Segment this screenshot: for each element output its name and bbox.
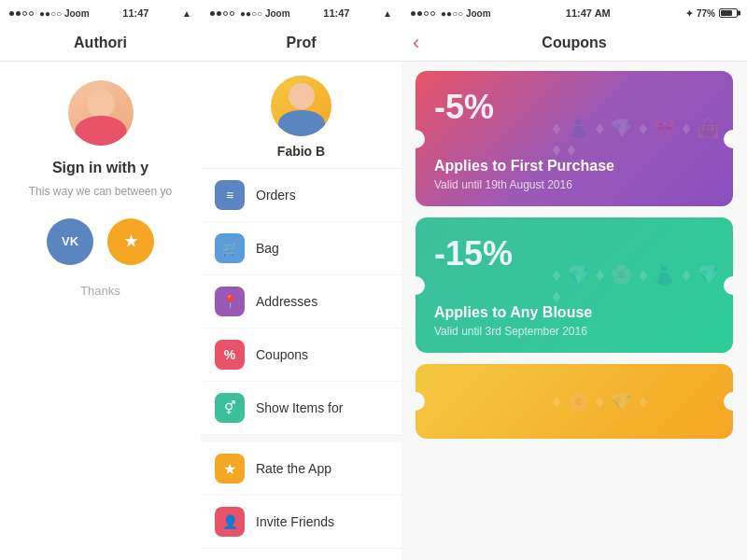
orders-icon: ≡: [215, 180, 245, 210]
coupon-1-discount: -5%: [434, 88, 494, 127]
profile-title: Prof: [287, 35, 317, 51]
auth-time: 11:47: [122, 7, 148, 19]
menu-item-show-items[interactable]: ⚥ Show Items for: [201, 382, 402, 435]
coupon-3-pattern: ♦ 🌸 ♦ 💎 ♦: [543, 364, 733, 439]
profile-avatar-body: [278, 110, 325, 136]
menu-addresses-label: Addresses: [256, 294, 317, 309]
coupons-status-bar: ●●○○ Joom 11:47 AM ✦ 77%: [402, 0, 747, 24]
profile-dropdown-menu: ≡ Orders 🛒 Bag 📍 Addresses % Coupons ⚥ S…: [201, 168, 402, 549]
coupons-icon: %: [215, 340, 245, 370]
menu-rate-label: Rate the App: [256, 461, 331, 476]
menu-item-bag[interactable]: 🛒 Bag: [201, 222, 402, 275]
auth-carrier: ●●○○ Joom: [39, 8, 90, 19]
profile-status-left: ●●○○ Joom: [210, 8, 290, 19]
menu-item-addresses[interactable]: 📍 Addresses: [201, 275, 402, 329]
menu-divider: [201, 435, 402, 442]
profile-avatar-area: Fabio B: [201, 62, 402, 168]
profile-status-right: ▲: [383, 8, 392, 19]
profile-wifi-icon: ▲: [383, 8, 392, 19]
menu-item-orders[interactable]: ≡ Orders: [201, 169, 402, 222]
menu-item-invite[interactable]: 👤 Invite Friends: [201, 496, 402, 549]
auth-sign-in-label: Sign in with y: [52, 160, 148, 176]
show-items-icon: ⚥: [215, 393, 245, 423]
auth-status-bar: ●●○○ Joom 11:47 ▲: [0, 0, 201, 24]
menu-orders-label: Orders: [256, 188, 296, 203]
profile-status-bar: ●●○○ Joom 11:47 ▲: [201, 0, 402, 24]
coupons-list: ♦ 👗 ♦ 💎 ♦ 🎀 ♦ 👜 ♦ ♦ -5% Applies to First…: [402, 62, 747, 448]
auth-avatar-circle: [68, 80, 134, 146]
coupons-time: 11:47 AM: [566, 7, 611, 19]
profile-avatar-head: [289, 83, 315, 109]
auth-content: Sign in with y This way we can between y…: [0, 62, 201, 316]
addresses-icon: 📍: [215, 287, 245, 316]
auth-avatar-body: [75, 116, 126, 146]
screen-container: ●●○○ Joom 11:47 ▲ Authori Sign in with y…: [0, 0, 747, 560]
auth-status-right: ▲: [182, 8, 191, 19]
rate-icon: ★: [215, 454, 245, 483]
coupons-carrier: ●●○○ Joom: [441, 8, 491, 19]
auth-signal-dots: [9, 11, 34, 16]
menu-coupons-label: Coupons: [256, 347, 308, 362]
coupons-screen: ●●○○ Joom 11:47 AM ✦ 77% ‹ Coupons ♦ 👗 ♦: [402, 0, 747, 560]
coupons-status-left: ●●○○ Joom: [411, 8, 491, 19]
auth-desc: This way we can between yo: [29, 184, 172, 200]
coupon-card-2[interactable]: ♦ 💎 ♦ 🌸 ♦ 👗 ♦ 💎 ♦ -15% Applies to Any Bl…: [416, 217, 733, 353]
auth-avatar-head: [87, 90, 115, 118]
battery-terminal: [738, 11, 740, 16]
battery-fill: [721, 10, 732, 16]
auth-title: Authori: [74, 35, 127, 51]
menu-invite-label: Invite Friends: [256, 514, 334, 529]
vk-icon: VK: [62, 234, 78, 248]
coupon-2-discount: -15%: [434, 234, 513, 273]
coupon-card-3[interactable]: ♦ 🌸 ♦ 💎 ♦: [416, 364, 733, 439]
vk-button[interactable]: VK: [47, 218, 93, 265]
profile-screen: ●●○○ Joom 11:47 ▲ Prof Fabio B ≡: [201, 0, 402, 560]
menu-show-items-label: Show Items for: [256, 400, 343, 415]
coupons-title: Coupons: [542, 35, 606, 51]
menu-bag-label: Bag: [256, 241, 279, 256]
bluetooth-icon: ✦: [685, 8, 693, 19]
auth-status-left: ●●○○ Joom: [9, 8, 90, 19]
auth-nav-bar: Authori: [0, 24, 201, 62]
invite-icon: 👤: [215, 507, 245, 537]
profile-signal-dots: [210, 11, 234, 16]
ok-button[interactable]: ★: [107, 218, 154, 265]
bag-icon: 🛒: [215, 233, 245, 263]
profile-nav-bar: Prof: [201, 24, 402, 62]
auth-buttons: VK ★: [47, 218, 154, 265]
profile-name: Fabio B: [277, 144, 325, 159]
auth-screen: ●●○○ Joom 11:47 ▲ Authori Sign in with y…: [0, 0, 201, 560]
auth-thanks: Thanks: [80, 284, 120, 298]
profile-time: 11:47: [323, 7, 349, 19]
coupons-status-right: ✦ 77%: [685, 8, 738, 19]
ok-icon: ★: [124, 232, 137, 250]
menu-item-rate[interactable]: ★ Rate the App: [201, 442, 402, 496]
auth-wifi-icon: ▲: [182, 8, 191, 19]
menu-item-coupons[interactable]: % Coupons: [201, 329, 402, 382]
coupon-card-1[interactable]: ♦ 👗 ♦ 💎 ♦ 🎀 ♦ 👜 ♦ ♦ -5% Applies to First…: [416, 71, 733, 206]
coupons-battery-text: 77%: [697, 8, 715, 19]
profile-carrier: ●●○○ Joom: [240, 8, 290, 19]
coupon-1-pattern: ♦ 👗 ♦ 💎 ♦ 🎀 ♦ 👜 ♦ ♦: [543, 71, 733, 206]
auth-avatar: [68, 80, 134, 146]
profile-avatar: [271, 76, 331, 136]
coupons-signal-dots: [411, 11, 435, 16]
coupons-back-button[interactable]: ‹: [413, 31, 419, 55]
coupon-2-pattern: ♦ 💎 ♦ 🌸 ♦ 👗 ♦ 💎 ♦: [543, 217, 733, 353]
profile-avatar-circle: [271, 76, 331, 136]
coupons-nav-bar: ‹ Coupons: [402, 24, 747, 62]
battery-icon: [719, 8, 738, 18]
